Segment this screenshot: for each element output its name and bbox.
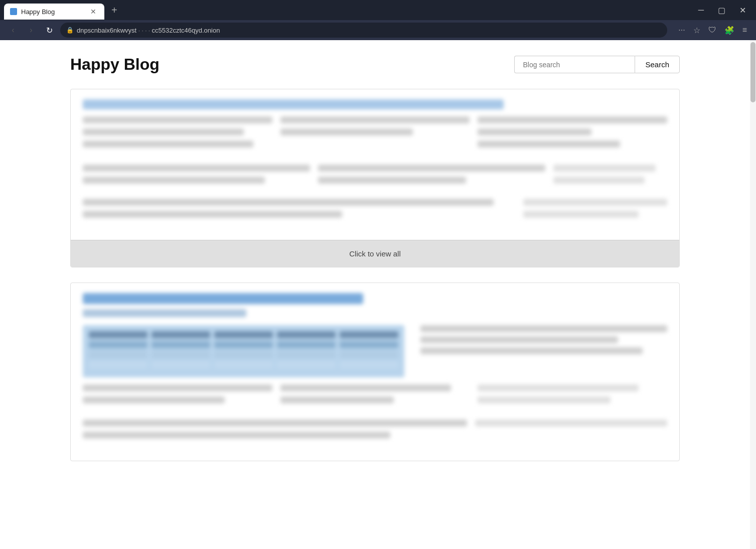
blurred-content-2: [83, 293, 667, 444]
search-button[interactable]: Search: [635, 56, 680, 73]
browser-tab[interactable]: Happy Blog ✕: [4, 4, 104, 20]
url-bar[interactable]: 🔒 dnpscnbaix6nkwvyst · · · · cc5532cztc4…: [60, 23, 667, 38]
blog-card-1: Click to view all: [70, 89, 680, 267]
blurred-content-1: [83, 99, 667, 223]
tab-close-button[interactable]: ✕: [88, 7, 98, 17]
card-body-2: [71, 283, 679, 461]
page-content: Happy Blog Search: [0, 40, 750, 549]
page-title: Happy Blog: [70, 55, 160, 74]
card-body-1: [71, 89, 679, 240]
minimize-button[interactable]: ─: [692, 4, 710, 17]
search-area: Search: [514, 56, 680, 73]
menu-icon[interactable]: ≡: [739, 24, 750, 37]
bookmark-icon[interactable]: ☆: [690, 24, 703, 37]
extensions-icon[interactable]: 🧩: [721, 24, 737, 37]
scrollbar-track[interactable]: [750, 40, 756, 549]
new-tab-button[interactable]: +: [107, 3, 121, 18]
title-bar: Happy Blog ✕ + ─ ▢ ✕: [0, 0, 756, 20]
url-text: dnpscnbaix6nkwvyst · · · · cc5532cztc46q…: [77, 27, 220, 34]
shield-icon[interactable]: 🛡: [705, 24, 719, 37]
toolbar-icons: ··· ☆ 🛡 🧩 ≡: [675, 24, 750, 37]
blog-search-input[interactable]: [514, 56, 635, 73]
back-button[interactable]: ‹: [6, 23, 20, 37]
maximize-button[interactable]: ▢: [712, 4, 731, 17]
more-options-icon[interactable]: ···: [675, 24, 688, 37]
forward-button[interactable]: ›: [24, 23, 38, 37]
window-controls: ─ ▢ ✕: [692, 4, 752, 17]
click-to-view-all-1[interactable]: Click to view all: [71, 240, 679, 267]
page-header: Happy Blog Search: [70, 55, 680, 74]
address-bar: ‹ › ↻ 🔒 dnpscnbaix6nkwvyst · · · · cc553…: [0, 20, 756, 40]
blog-card-2: [70, 283, 680, 461]
refresh-button[interactable]: ↻: [42, 23, 56, 37]
close-window-button[interactable]: ✕: [733, 4, 752, 17]
scrollbar-thumb[interactable]: [750, 42, 755, 102]
tab-favicon: [10, 8, 17, 15]
lock-icon: 🔒: [66, 27, 74, 34]
tab-title: Happy Blog: [21, 8, 84, 16]
